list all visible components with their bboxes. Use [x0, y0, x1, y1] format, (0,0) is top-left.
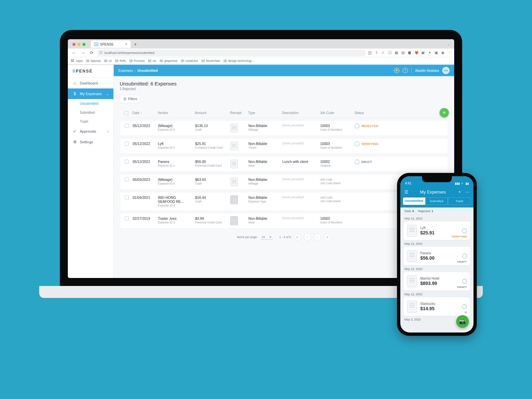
- cell-vendor: (Mileage): [158, 124, 194, 128]
- sidebar-item-my-expenses[interactable]: $My Expenses⌄: [68, 88, 113, 99]
- extension-icon[interactable]: B: [408, 51, 412, 55]
- menu-icon[interactable]: ☰: [404, 190, 408, 195]
- tabs-overflow-icon[interactable]: ⌄: [447, 43, 452, 46]
- row-checkbox[interactable]: [125, 178, 129, 182]
- bookmark-item[interactable]: Refs: [115, 59, 126, 63]
- bookmark-apps[interactable]: Apps: [71, 59, 83, 63]
- sidebar-subitem-submitted[interactable]: Submitted: [68, 108, 113, 117]
- sidebar-item-dashboard[interactable]: ⌂Dashboard: [68, 78, 113, 88]
- col-receipt[interactable]: Receipt: [230, 111, 247, 115]
- row-checkbox[interactable]: [125, 124, 129, 128]
- minimize-window-icon[interactable]: [77, 43, 80, 46]
- share-icon[interactable]: ⇧: [374, 51, 378, 55]
- back-button[interactable]: ←: [70, 50, 77, 55]
- cell-amount: $56.00: [195, 160, 229, 164]
- browser-tab-active[interactable]: S SPENSE ×: [91, 41, 131, 48]
- menu-icon[interactable]: ⋮: [448, 51, 452, 55]
- site-info-icon[interactable]: ⓘ: [99, 51, 102, 55]
- status-icon: [355, 142, 359, 146]
- receipt-placeholder-icon[interactable]: [230, 160, 238, 168]
- col-status[interactable]: Status: [354, 111, 378, 115]
- bookmark-item[interactable]: Spense: [86, 59, 101, 63]
- row-checkbox[interactable]: [125, 216, 129, 220]
- extension-icon[interactable]: 🦊: [414, 51, 418, 55]
- phone-tab-submitted[interactable]: Submitted: [425, 198, 448, 205]
- cell-date: 01/04/2021: [133, 196, 157, 200]
- reload-button[interactable]: ⟳: [88, 50, 95, 55]
- app-logo[interactable]: SPENSE: [68, 65, 113, 78]
- bookmark-item[interactable]: blockchain: [201, 59, 220, 63]
- info-icon[interactable]: ⓘ: [388, 50, 392, 55]
- avatar[interactable]: AA: [442, 67, 450, 74]
- phone-expense-card[interactable]: Starbucks$14.95: [404, 297, 470, 316]
- profile-avatar-icon[interactable]: ◉: [441, 51, 445, 55]
- window-controls[interactable]: [70, 43, 87, 46]
- items-per-page-select[interactable]: 10▾: [260, 235, 273, 240]
- col-amount[interactable]: Amount: [195, 111, 229, 115]
- cell-vendor: (Mileage): [158, 178, 194, 182]
- receipt-placeholder-icon[interactable]: [230, 124, 238, 132]
- sidebar-subitem-trash[interactable]: Trash: [68, 117, 113, 126]
- star-icon[interactable]: ☆: [381, 51, 385, 55]
- user-name[interactable]: Aladdin Ababwa: [415, 69, 439, 72]
- phone-tab-trash[interactable]: Trash: [448, 198, 471, 205]
- key-icon[interactable]: ⚿: [368, 51, 372, 55]
- phone-card-amount: $893.99: [420, 281, 459, 286]
- table-row[interactable]: 05/12/2022PaneraExpense ID 1$56.00Person…: [120, 156, 448, 172]
- add-button[interactable]: ＋: [458, 189, 462, 195]
- bookmark-item[interactable]: grapevine: [160, 59, 178, 63]
- bookmark-item[interactable]: UI: [104, 59, 112, 63]
- page-next-button[interactable]: ›: [314, 233, 321, 241]
- row-checkbox[interactable]: [125, 142, 129, 146]
- close-window-icon[interactable]: [72, 43, 75, 46]
- col-vendor[interactable]: Vendor: [158, 111, 194, 115]
- filters-button[interactable]: ☰Filters: [120, 95, 141, 103]
- row-checkbox[interactable]: [125, 196, 129, 200]
- col-jobcode[interactable]: Job Code: [320, 111, 353, 115]
- breadcrumb[interactable]: Expenses›Unsubmitted: [118, 69, 158, 72]
- sidebar-item-approvals[interactable]: ✓Approvals›: [68, 126, 113, 137]
- sidebar-subitem-unsubmitted[interactable]: Unsubmitted: [68, 99, 113, 108]
- more-icon[interactable]: ⋯: [465, 190, 469, 195]
- page-last-button[interactable]: ›|: [324, 233, 331, 241]
- bookmark-item[interactable]: creaticles: [181, 59, 198, 63]
- col-description[interactable]: Description: [282, 111, 319, 115]
- bookmark-item[interactable]: design-technologi...: [223, 59, 254, 63]
- table-row[interactable]: 05/12/2022(Mileage)Expense ID 5$135.13Ca…: [120, 120, 448, 136]
- forward-button[interactable]: →: [79, 50, 86, 55]
- extension-icon[interactable]: ▦: [394, 51, 398, 55]
- select-all-checkbox[interactable]: [124, 111, 128, 115]
- cell-type-sub: Mileage: [248, 182, 281, 185]
- url-input[interactable]: ⓘ localhost:4200/expenses/unsubmitted: [97, 50, 366, 56]
- row-checkbox[interactable]: [125, 160, 129, 164]
- new-tab-button[interactable]: +: [131, 42, 140, 47]
- sidebar-item-settings[interactable]: ⚙Settings: [68, 137, 113, 147]
- phone-tab-unsubmitted[interactable]: Unsubmitted: [403, 198, 425, 205]
- bookmark-item[interactable]: cic: [148, 59, 156, 63]
- notifications-icon[interactable]: 🔔: [394, 68, 399, 73]
- col-date[interactable]: Date ↓: [132, 111, 156, 115]
- extension-icon[interactable]: ▣: [434, 51, 438, 55]
- cell-amount-sub: Personal Credit Card: [195, 164, 229, 167]
- phone-expense-list[interactable]: May 12, 2022Lyft$25.91VERIFYINGMay 12, 2…: [400, 215, 473, 332]
- receipt-thumbnail[interactable]: [230, 216, 238, 225]
- add-expense-fab[interactable]: +: [440, 108, 449, 117]
- receipt-placeholder-icon[interactable]: [230, 178, 238, 186]
- help-icon[interactable]: ?: [403, 68, 408, 73]
- extension-icon[interactable]: ▤: [401, 51, 405, 55]
- caret-down-icon: ▾: [270, 235, 271, 239]
- browser-chrome: S SPENSE × + ⌄ ← → ⟳ ⓘ localhost:4200/ex…: [68, 39, 454, 65]
- cell-jobcode: Job Code: [320, 196, 353, 199]
- extensions-icon[interactable]: ✦: [428, 51, 432, 55]
- bookmark-item[interactable]: Process: [129, 59, 145, 63]
- col-type[interactable]: Type: [248, 111, 281, 115]
- receipt-placeholder-icon[interactable]: [230, 142, 238, 150]
- maximize-window-icon[interactable]: [82, 43, 85, 46]
- page-first-button[interactable]: |‹: [294, 233, 301, 241]
- extension-icon[interactable]: ▣: [421, 51, 425, 55]
- receipt-thumbnail[interactable]: [230, 196, 238, 204]
- phone-camera-fab[interactable]: 📷: [456, 315, 469, 328]
- tab-close-icon[interactable]: ×: [125, 42, 127, 47]
- table-row[interactable]: 05/12/2022LyftExpense ID 2$25.91Company …: [120, 138, 448, 154]
- page-prev-button[interactable]: ‹: [304, 233, 311, 241]
